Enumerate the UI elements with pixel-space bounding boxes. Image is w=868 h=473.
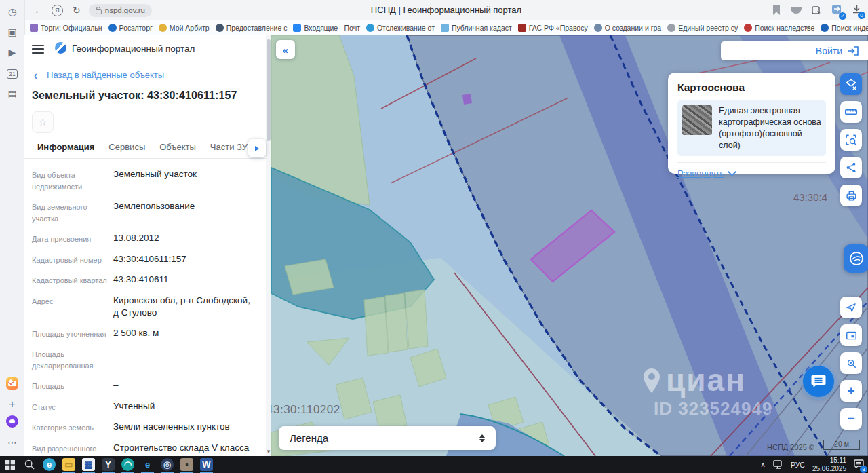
app-icon: e [43, 458, 56, 471]
bookmark-item[interactable]: О создании и гра [594, 24, 661, 32]
field-row: Вид объекта недвижимости Земельный участ… [32, 168, 256, 192]
basemap-layer-row[interactable]: Единая электронная картографическая осно… [677, 100, 826, 156]
bookmark-item[interactable]: Предоставление с [216, 24, 288, 32]
zoom-in-button[interactable]: + [840, 380, 862, 402]
favorite-button[interactable]: ☆ [32, 111, 54, 133]
taskbar-app[interactable]: Y [98, 456, 118, 473]
bookmark-item[interactable]: Единый реестр су [667, 24, 738, 32]
app-icon: ◠ [121, 458, 134, 471]
panel-tab[interactable]: Информация [37, 138, 94, 159]
field-value: Строительство склада V класса вредности [113, 442, 256, 456]
ruler-icon [844, 105, 858, 119]
mail-icon[interactable] [0, 377, 24, 392]
taskbar-app[interactable]: ▦ [79, 456, 98, 473]
yandex-icon[interactable]: Я [52, 5, 63, 16]
collections-icon[interactable] [812, 5, 822, 15]
measure-button[interactable] [840, 101, 862, 123]
chat-button[interactable] [803, 366, 834, 397]
expand-link[interactable]: Развернуть [677, 162, 826, 178]
map-attribution: НСПД 2025 © [767, 443, 814, 451]
field-row: Площадь декларированная – [32, 347, 256, 371]
panel-scrollbar-thumb[interactable] [267, 39, 271, 141]
downloads-badge: 0 [858, 12, 865, 19]
bookmark-item[interactable]: Росэлторг [108, 24, 153, 32]
bookmark-item[interactable]: Отслеживание от [366, 24, 435, 32]
bookmark-item[interactable]: Публичная кадаст [441, 24, 512, 32]
bookmarks-overflow-icon[interactable]: » [805, 22, 810, 32]
field-label: Кадастровый квартал [32, 273, 111, 286]
field-value: Земли населенных пунктов [113, 421, 256, 434]
basemap-card: Картооснова Единая электронная картограф… [668, 73, 835, 174]
sync-check-badge: ✓ [839, 12, 846, 20]
downloads-icon[interactable]: 0 [852, 4, 861, 16]
bookmark-flag-icon[interactable] [772, 5, 781, 15]
map-area: 43:30:110202 43:30:4 циан ID 323524949 «… [271, 35, 868, 456]
bookmark-item[interactable]: Поиск наследстве [744, 24, 814, 32]
object-search-button[interactable] [840, 352, 862, 374]
bookmark-item[interactable]: ГАС РФ «Правосу [518, 24, 588, 32]
screenshot-icon[interactable]: ▤ [0, 88, 24, 99]
back-link[interactable]: ‹ Назад в найденные объекты [34, 69, 164, 81]
bookmark-item[interactable]: Торги: Официальн [30, 24, 102, 32]
area-search-button[interactable] [840, 129, 862, 151]
share-button[interactable] [840, 157, 862, 178]
system-tray: ∧ РУС 15:11 25.06.2025 3 [761, 456, 864, 473]
app-icon: ▦ [82, 458, 95, 471]
locate-button[interactable] [840, 297, 862, 318]
address-bar[interactable]: nspd.gov.ru [89, 4, 152, 17]
taskbar-app[interactable]: ▪ [177, 456, 197, 473]
add-panel-icon[interactable]: + [0, 398, 24, 411]
field-row: Статус Учтенный [32, 400, 256, 413]
field-row: Площадь уточненная 2 500 кв. м [32, 327, 256, 340]
video-icon[interactable]: ▶ [0, 47, 24, 58]
reload-icon[interactable]: ↻ [73, 5, 81, 16]
collapse-panel-button[interactable]: « [276, 40, 295, 59]
notifications-button[interactable]: 3 [854, 459, 864, 471]
alice-icon[interactable] [0, 415, 24, 430]
menu-icon[interactable] [32, 45, 44, 56]
field-value: Учтенный [113, 400, 256, 413]
back-icon[interactable]: ← [34, 5, 43, 16]
overview-map-button[interactable] [840, 324, 862, 346]
sidebar-more-icon[interactable]: ⋯ [0, 437, 24, 448]
taskbar-app[interactable]: W [197, 456, 216, 473]
field-value: Землепользование [113, 200, 256, 224]
bookmark-item[interactable]: Входящие - Почт [293, 24, 360, 32]
start-button[interactable] [0, 456, 20, 473]
clock[interactable]: 15:11 25.06.2025 [812, 457, 846, 472]
search-at-icon [845, 357, 858, 370]
alice-panel-icon[interactable] [791, 7, 802, 14]
taskbar-app[interactable]: e [39, 456, 59, 473]
field-row: Дата присвоения 13.08.2012 [32, 232, 256, 245]
calendar-icon[interactable]: 21 [0, 67, 24, 79]
taskbar-app[interactable]: ▭ [59, 456, 79, 473]
bookmark-item[interactable]: Поиск индекса — [821, 24, 868, 32]
taskbar-app[interactable]: e [138, 456, 157, 473]
panel-tab[interactable]: Объекты [159, 138, 196, 159]
tabs-icon[interactable]: ▣ [0, 26, 24, 37]
taskbar-app[interactable]: ◠ [118, 456, 138, 473]
screen: ← Я ↻ nspd.gov.ru НСПД | Геоинформационн… [0, 0, 868, 473]
network-icon[interactable] [773, 460, 783, 469]
panel-tab[interactable]: Части ЗУ [210, 138, 248, 159]
tray-chevron-icon[interactable]: ∧ [761, 461, 766, 468]
taskbar-app[interactable]: ◎ [157, 456, 177, 473]
bookmark-item[interactable]: Мой Арбитр [159, 24, 210, 32]
notification-badge: 3 [860, 466, 867, 473]
login-button[interactable]: Войти [721, 41, 868, 60]
zoom-out-button[interactable]: − [840, 408, 862, 430]
field-row: Кадастровый номер 43:30:410611:157 [32, 253, 256, 266]
basemap-switch-button[interactable] [844, 244, 868, 273]
language-indicator[interactable]: РУС [791, 461, 805, 469]
print-button[interactable] [840, 185, 862, 206]
taskbar-search-button[interactable] [20, 456, 39, 473]
tabs-scroll-right-button[interactable] [248, 139, 266, 157]
scroll-down-icon[interactable]: ▼ [266, 449, 271, 455]
history-icon[interactable]: ◷ [0, 6, 24, 17]
clear-selection-button[interactable] [840, 73, 862, 95]
panel-tabs: Информация Сервисы Объекты Части ЗУ Сост… [24, 138, 271, 159]
legend-toggle[interactable]: Легенда [279, 426, 496, 450]
field-value: – [113, 347, 256, 371]
panel-tab[interactable]: Сервисы [108, 138, 145, 159]
sync-icon[interactable]: ✓ [832, 4, 842, 17]
